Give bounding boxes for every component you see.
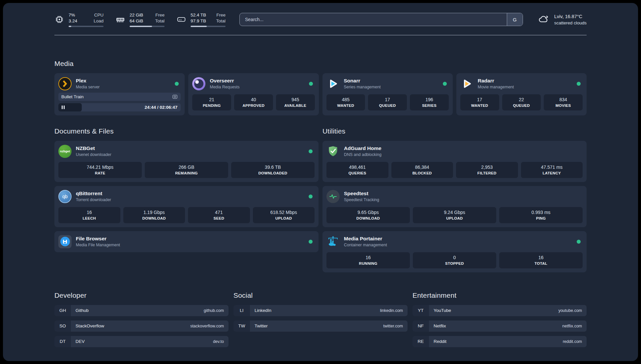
memory-free-value: 22 GiB	[130, 12, 143, 18]
section-title-media: Media	[54, 60, 587, 68]
bookmark-twitter[interactable]: TW Twittertwitter.com	[233, 320, 408, 332]
memory-widget: 22 GiBFree 64 GiBTotal	[115, 12, 165, 27]
bookmark-abbr: YT	[412, 305, 429, 316]
stat-rate: 744.21 MbpsRATE	[58, 162, 142, 178]
speedtest-icon	[326, 190, 340, 203]
section-title-documents: Documents & Files	[54, 127, 319, 135]
stat-upload: 9.24 GbpsUPLOAD	[413, 207, 496, 223]
service-card-speedtest[interactable]: Speedtest Speedtest Tracking 9.65 GbpsDO…	[322, 186, 587, 227]
service-title: Plex	[76, 78, 170, 84]
cpu-icon	[54, 15, 64, 24]
weather-location-temp: Lviv, 16.87°C	[554, 13, 587, 20]
stat-queued: 17QUEUED	[368, 94, 407, 110]
service-card-qbittorrent[interactable]: qb qBittorrent Torrent downloader 16LEEC…	[54, 186, 319, 227]
sonarr-icon	[326, 77, 340, 90]
stat-blocked: 86,384BLOCKED	[391, 162, 453, 178]
stat-wanted: 485WANTED	[326, 94, 365, 110]
service-card-sonarr[interactable]: Sonarr Series management 485WANTED 17QUE…	[322, 73, 453, 115]
header-divider	[54, 35, 587, 35]
service-subtitle: Speedtest Tracking	[344, 197, 583, 202]
service-title: Media Portainer	[344, 236, 572, 242]
memory-total-value: 64 GiB	[130, 18, 143, 24]
status-dot	[309, 195, 313, 198]
adguard-icon	[326, 145, 340, 158]
bookmark-name: StackOverflow	[76, 323, 104, 328]
dashboard: 7%CPU 3.24Load	[3, 3, 638, 361]
service-subtitle: Series management	[344, 85, 439, 89]
service-title: Speedtest	[344, 191, 583, 197]
service-card-nzbget[interactable]: nzbget NZBGet Usenet downloader 744.21 M…	[54, 141, 319, 182]
service-card-adguard[interactable]: AdGuard Home DNS and adblocking 498,461Q…	[322, 141, 587, 182]
cpu-load-label: Load	[94, 18, 104, 24]
disk-free-label: Free	[216, 12, 226, 18]
service-title: Sonarr	[344, 78, 439, 84]
status-dot	[443, 82, 447, 86]
service-title: Overseerr	[210, 78, 304, 84]
cpu-load-value: 3.24	[69, 18, 77, 24]
service-card-overseerr[interactable]: Overseerr Media Requests 21PENDING 40APP…	[188, 73, 319, 115]
service-card-radarr[interactable]: Radarr Movie management 17WANTED 22QUEUE…	[456, 73, 587, 115]
cpu-progress-track	[69, 26, 104, 27]
cpu-usage-value: 7%	[69, 12, 75, 18]
pause-icon	[62, 106, 65, 109]
bookmark-youtube[interactable]: YT YouTubeyoutube.com	[412, 305, 587, 316]
bookmark-abbr: RE	[412, 336, 429, 347]
bookmark-abbr: GH	[54, 305, 71, 316]
stat-ping: 0.993 msPING	[499, 207, 583, 223]
bookmark-name: DEV	[76, 339, 85, 344]
bookmark-domain: youtube.com	[558, 308, 582, 313]
section-utilities: Utilities AdGuard Home	[322, 127, 587, 272]
bookmark-domain: github.com	[204, 308, 224, 313]
disk-progress-track	[191, 26, 226, 27]
status-dot	[577, 82, 581, 86]
memory-progress-track	[130, 26, 165, 27]
memory-free-label: Free	[155, 12, 165, 18]
service-subtitle: Media server	[76, 85, 170, 89]
stat-download: 1.19 GbpsDOWNLOAD	[123, 207, 185, 223]
nzbget-icon: nzbget	[58, 145, 72, 158]
bookmark-dev[interactable]: DT DEVdev.to	[54, 336, 229, 347]
bookmark-name: Netflix	[434, 323, 446, 328]
service-title: File Browser	[76, 236, 304, 242]
service-subtitle: Media Requests	[210, 85, 304, 89]
bookmark-linkedin[interactable]: LI LinkedInlinkedin.com	[233, 305, 408, 316]
service-card-filebrowser[interactable]: File Browser Media File Management	[54, 231, 319, 252]
filebrowser-icon	[58, 235, 72, 248]
weather-widget: Lviv, 16.87°C scattered clouds	[537, 13, 587, 26]
bookmark-github[interactable]: GH Githubgithub.com	[54, 305, 229, 316]
disk-total-value: 97.9 TB	[191, 18, 206, 24]
service-subtitle: Media File Management	[76, 243, 304, 247]
bookmark-group-title: Entertainment	[412, 291, 587, 299]
service-subtitle: Torrent downloader	[76, 197, 304, 202]
disk-icon	[176, 15, 186, 24]
bookmark-name: Twitter	[255, 323, 268, 328]
bookmark-domain: linkedin.com	[380, 308, 403, 313]
bookmark-stackoverflow[interactable]: SO StackOverflowstackoverflow.com	[54, 320, 229, 332]
search-provider-button[interactable]: G	[507, 13, 523, 26]
bookmark-abbr: DT	[54, 336, 71, 347]
bookmark-group-entertainment: Entertainment YT YouTubeyoutube.com NF N…	[412, 291, 587, 351]
now-playing-title: Bullet Train	[61, 94, 84, 99]
memory-icon	[115, 15, 125, 24]
stat-download: 9.65 GbpsDOWNLOAD	[326, 207, 410, 223]
service-card-portainer[interactable]: Media Portainer Container management 16R…	[322, 231, 587, 272]
bookmark-abbr: NF	[412, 320, 429, 332]
memory-progress-fill	[130, 26, 152, 27]
service-subtitle: Usenet downloader	[76, 152, 304, 157]
stat-filtered: 2,953FILTERED	[456, 162, 518, 178]
cloud-icon	[537, 14, 550, 25]
bookmark-domain: netflix.com	[562, 324, 582, 328]
stat-queries: 498,461QUERIES	[326, 162, 388, 178]
bookmark-reddit[interactable]: RE Redditreddit.com	[412, 336, 587, 347]
bookmark-group-title: Social	[233, 291, 408, 299]
playback-elapsed-fill	[58, 103, 82, 111]
stat-leech: 16LEECH	[58, 207, 120, 223]
stat-queued: 22QUEUED	[502, 94, 541, 110]
search-input[interactable]	[240, 13, 507, 26]
playback-progress-bar: 24:44 / 02:06:47	[58, 103, 181, 111]
bookmark-netflix[interactable]: NF Netflixnetflix.com	[412, 320, 587, 332]
bookmark-group-developer: Developer GH Githubgithub.com SO StackOv…	[54, 291, 229, 351]
video-source-icon	[172, 94, 178, 100]
service-card-plex[interactable]: Plex Media server Bullet Train 24:44 / 0	[54, 73, 185, 115]
section-documents: Documents & Files nzbget NZBGet Usenet d…	[54, 127, 319, 272]
